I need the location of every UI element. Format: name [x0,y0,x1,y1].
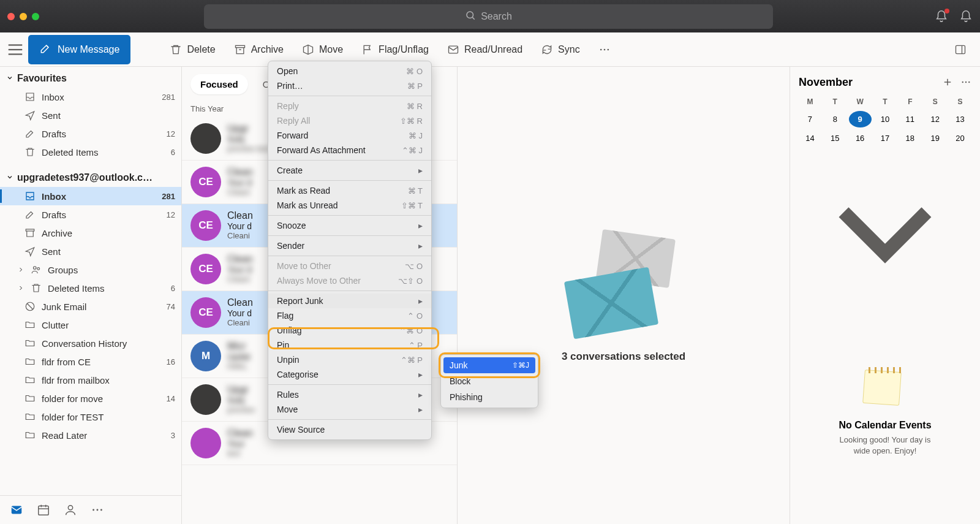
sidebar-item-deleted[interactable]: Deleted Items 6 [0,279,181,297]
calendar-day[interactable]: 13 [949,111,971,127]
delete-button[interactable]: Delete [162,39,222,61]
ctx-snooze[interactable]: Snooze▸ [268,218,431,233]
sidebar-item-drafts-fav[interactable]: Drafts 12 [0,124,181,143]
archive-button[interactable]: Archive [227,39,291,61]
sidebar-item-sent-fav[interactable]: Sent [0,106,181,124]
ctx-forward-attachment[interactable]: Forward As Attachment⌃⌘ J [268,143,431,158]
ctx-sender[interactable]: Sender▸ [268,238,431,253]
trash-icon [170,44,182,56]
submenu-junk[interactable]: Junk⇧⌘J [443,357,535,373]
sidebar-item-sent[interactable]: Sent [0,242,181,260]
calendar-day[interactable]: 15 [824,130,846,146]
calendar-day[interactable]: 11 [899,111,921,127]
svg-point-30 [968,82,970,83]
ctx-mark-unread[interactable]: Mark as Unread⇧⌘ T [268,198,431,213]
mail-nav-button[interactable] [10,503,23,517]
search-input[interactable]: Search [204,4,773,29]
panel-toggle-button[interactable] [947,39,974,61]
people-nav-button[interactable] [64,503,77,517]
calendar-day[interactable]: 18 [899,130,921,146]
ctx-open[interactable]: Open⌘ O [268,64,431,78]
new-message-button[interactable]: New Message [28,35,130,64]
ctx-unflag[interactable]: Unflag⌃⌘ O [268,323,431,338]
move-button[interactable]: Move [295,39,350,61]
no-events-text: Looking good! Your day is wide open. Enj… [799,435,971,457]
ctx-mark-read[interactable]: Mark as Read⌘ T [268,183,431,198]
sidebar-item-junk[interactable]: Junk Email 74 [0,297,181,316]
sync-button[interactable]: Sync [533,39,587,61]
archive-icon [234,44,246,56]
ctx-pin[interactable]: Pin⌃ P [268,338,431,352]
calendar-expand-button[interactable] [799,146,971,322]
minimize-window-button[interactable] [20,13,27,20]
sidebar-item-fldr-ce[interactable]: fldr from CE 16 [0,352,181,371]
flag-icon [361,44,374,56]
calendar-day[interactable]: 20 [949,130,971,146]
tab-focused[interactable]: Focused [190,74,248,94]
sidebar-item-folder-test[interactable]: folder for TEST [0,408,181,426]
ctx-report-junk[interactable]: Report Junk▸ [268,294,431,308]
svg-point-29 [965,82,967,83]
ctx-rules[interactable]: Rules▸ [268,387,431,402]
calendar-pane: November MTWTFSS789101112131415161718192… [790,67,980,524]
sidebar-item-inbox[interactable]: Inbox 281 [0,187,181,205]
more-nav-button[interactable] [91,503,104,517]
sidebar-item-folder-move[interactable]: folder for move 14 [0,389,181,408]
calendar-day[interactable]: 16 [849,130,872,146]
draft-icon [24,209,36,220]
account-header[interactable]: upgradetest937@outlook.c… [0,166,181,187]
notification-badge [944,9,949,13]
more-toolbar-button[interactable] [591,39,618,61]
sidebar-item-clutter[interactable]: Clutter [0,316,181,334]
sidebar-item-read-later[interactable]: Read Later 3 [0,426,181,444]
calendar-day[interactable]: 19 [924,130,946,146]
sidebar-item-deleted-fav[interactable]: Deleted Items 6 [0,143,181,161]
calendar-nav-button[interactable] [37,503,50,517]
sidebar-item-conversation-history[interactable]: Conversation History [0,334,181,352]
sidebar-item-archive[interactable]: Archive [0,224,181,242]
close-window-button[interactable] [7,13,15,20]
read-unread-button[interactable]: Read/Unread [440,39,530,61]
avatar [190,123,221,154]
maximize-window-button[interactable] [32,13,39,20]
calendar-more-button[interactable] [960,75,971,89]
calendar-day[interactable]: 12 [924,111,946,127]
sidebar-item-groups[interactable]: Groups [0,260,181,279]
svg-point-7 [600,48,602,50]
calendar-day[interactable]: 9 [849,111,872,127]
ctx-unpin[interactable]: Unpin⌃⌘ P [268,352,431,367]
calendar-day[interactable]: 8 [824,111,846,127]
favourites-header[interactable]: Favourites [0,67,181,88]
avatar: M [190,341,221,371]
calendar-day[interactable]: 10 [874,111,897,127]
calendar-day[interactable]: 17 [874,130,897,146]
bell-icon[interactable] [959,10,973,23]
flag-button[interactable]: Flag/Unflag [354,39,436,61]
hamburger-menu-button[interactable] [6,40,24,59]
ctx-move[interactable]: Move▸ [268,402,431,417]
calendar-day[interactable]: 7 [799,111,821,127]
ctx-print[interactable]: Print…⌘ P [268,78,431,93]
sidebar-item-fldr-mailbox[interactable]: fldr from mailbox [0,371,181,389]
panel-icon [954,44,967,56]
ctx-forward[interactable]: Forward⌘ J [268,128,431,143]
folder-icon [24,374,36,385]
folder-icon [24,393,36,404]
svg-rect-17 [12,506,22,514]
calendar-day[interactable]: 14 [799,130,821,146]
send-icon [24,246,36,257]
add-event-button[interactable] [942,75,953,89]
sidebar-item-inbox-fav[interactable]: Inbox 281 [0,88,181,106]
notifications-icon[interactable] [935,10,948,23]
ctx-categorise[interactable]: Categorise▸ [268,367,431,382]
submenu-phishing[interactable]: Phishing [441,389,538,405]
folder-icon [24,338,36,349]
ctx-view-source[interactable]: View Source [268,422,431,437]
ctx-flag[interactable]: Flag⌃ O [268,308,431,323]
submenu-block[interactable]: Block [441,373,538,389]
calendar-dow: M [799,95,821,108]
sync-icon [541,44,553,56]
avatar: CE [190,167,221,197]
sidebar-item-drafts[interactable]: Drafts 12 [0,205,181,224]
ctx-create[interactable]: Create▸ [268,163,431,178]
